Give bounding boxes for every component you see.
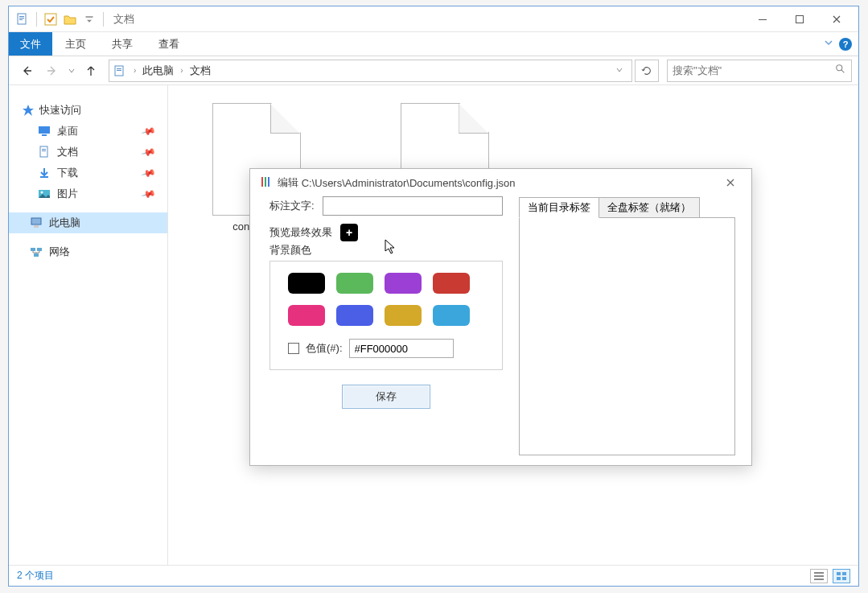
svg-rect-10 — [117, 70, 121, 71]
edit-dialog: 编辑 C:\Users\Administrator\Documents\conf… — [249, 168, 752, 466]
label-text: 标注文字: — [269, 199, 315, 213]
nav-item-label: 网络 — [49, 245, 70, 259]
color-swatch[interactable] — [433, 273, 470, 294]
color-swatch[interactable] — [385, 273, 422, 294]
qat-separator-2 — [103, 12, 104, 27]
nav-item-this-pc[interactable]: 此电脑 — [9, 212, 167, 233]
refresh-button[interactable] — [635, 60, 659, 82]
svg-rect-22 — [37, 248, 42, 251]
quick-access-label: 快速访问 — [39, 103, 81, 117]
svg-rect-27 — [837, 572, 841, 575]
nav-item-downloads[interactable]: 下载 📌 — [9, 163, 167, 183]
document-icon — [38, 146, 51, 159]
pin-icon: 📌 — [141, 165, 157, 181]
ribbon-tab-home[interactable]: 主页 — [52, 32, 99, 56]
address-chevron-icon[interactable]: › — [130, 66, 139, 75]
preview-label: 预览最终效果 — [269, 225, 332, 240]
address-dropdown-icon[interactable] — [611, 66, 628, 76]
pin-icon: 📌 — [141, 123, 157, 139]
nav-item-network[interactable]: 网络 — [9, 241, 167, 262]
close-button[interactable] — [818, 7, 855, 31]
search-input[interactable] — [673, 64, 835, 76]
nav-up-button[interactable] — [80, 60, 102, 82]
tab-all-disk[interactable]: 全盘标签（就绪） — [599, 197, 700, 218]
svg-rect-4 — [45, 14, 56, 25]
search-icon[interactable] — [835, 64, 846, 77]
svg-rect-13 — [42, 134, 47, 136]
hex-label: 色值(#): — [306, 341, 343, 356]
svg-rect-25 — [814, 575, 824, 577]
color-swatch[interactable] — [433, 305, 470, 326]
search-box[interactable] — [667, 60, 852, 82]
svg-rect-9 — [117, 68, 121, 69]
nav-forward-button[interactable] — [41, 60, 64, 82]
save-button[interactable]: 保存 — [342, 385, 430, 409]
nav-item-label: 下载 — [57, 166, 78, 180]
qat-checkbox-icon[interactable] — [43, 12, 58, 27]
network-icon — [30, 245, 43, 258]
dialog-close-button[interactable] — [719, 173, 742, 192]
dialog-title-icon — [260, 176, 273, 190]
address-chevron-icon[interactable]: › — [177, 66, 186, 75]
bg-color-panel: 色值(#): — [269, 261, 503, 370]
svg-rect-15 — [42, 149, 46, 150]
quick-access-header[interactable]: 快速访问 — [9, 100, 167, 121]
ribbon-tab-share[interactable]: 共享 — [99, 32, 146, 56]
file-tab[interactable]: 文件 — [9, 32, 52, 56]
titlebar: 文档 — [9, 6, 858, 32]
pin-icon: 📌 — [141, 186, 157, 202]
svg-rect-30 — [842, 577, 846, 580]
svg-rect-5 — [86, 16, 93, 18]
svg-rect-28 — [842, 572, 846, 575]
svg-rect-1 — [19, 16, 24, 17]
qat-folder-icon[interactable] — [63, 12, 77, 27]
svg-rect-6 — [759, 19, 767, 20]
svg-rect-14 — [40, 146, 47, 157]
breadcrumb-item[interactable]: 文档 — [190, 64, 211, 78]
nav-item-label: 图片 — [57, 187, 78, 201]
picture-icon — [38, 187, 51, 200]
color-swatch[interactable] — [288, 273, 325, 294]
color-swatch[interactable] — [336, 273, 373, 294]
svg-rect-16 — [42, 150, 46, 151]
nav-back-button[interactable] — [15, 60, 38, 82]
nav-item-desktop[interactable]: 桌面 📌 — [9, 121, 167, 142]
window-title: 文档 — [113, 12, 134, 27]
color-swatch[interactable] — [288, 305, 325, 326]
dialog-titlebar: 编辑 C:\Users\Administrator\Documents\conf… — [250, 169, 751, 196]
preview-add-button[interactable]: + — [340, 224, 358, 241]
address-bar[interactable]: › 此电脑 › 文档 — [109, 60, 632, 82]
nav-item-pictures[interactable]: 图片 📌 — [9, 183, 167, 204]
nav-item-documents[interactable]: 文档 📌 — [9, 142, 167, 163]
svg-rect-20 — [34, 225, 39, 228]
view-details-button[interactable] — [810, 569, 828, 583]
ribbon-expand-icon[interactable] — [823, 37, 834, 51]
breadcrumb-item[interactable]: 此电脑 — [142, 64, 174, 78]
nav-item-label: 桌面 — [57, 124, 78, 138]
qat-separator — [36, 12, 37, 27]
svg-rect-23 — [34, 253, 39, 257]
navigation-bar: › 此电脑 › 文档 — [9, 56, 858, 85]
nav-item-label: 此电脑 — [49, 216, 80, 230]
svg-rect-32 — [265, 177, 266, 187]
svg-point-11 — [837, 65, 842, 71]
minimize-button[interactable] — [744, 7, 781, 31]
pin-icon: 📌 — [141, 144, 157, 160]
navigation-pane: 快速访问 桌面 📌 文档 📌 下载 📌 — [9, 85, 168, 565]
star-icon — [22, 104, 35, 117]
color-swatch[interactable] — [336, 305, 373, 326]
view-icons-button[interactable] — [833, 569, 850, 583]
nav-history-dropdown[interactable] — [68, 65, 75, 76]
maximize-button[interactable] — [781, 7, 818, 31]
hex-checkbox[interactable] — [288, 343, 299, 354]
ribbon-tab-view[interactable]: 查看 — [146, 32, 192, 56]
label-text-input[interactable] — [323, 196, 503, 216]
app-icon — [15, 12, 30, 27]
hex-input[interactable] — [349, 339, 454, 358]
status-text: 2 个项目 — [17, 569, 54, 583]
color-swatch[interactable] — [385, 305, 422, 326]
help-icon[interactable]: ? — [839, 38, 852, 51]
tab-current-dir[interactable]: 当前目录标签 — [519, 197, 599, 218]
qat-overflow-icon[interactable] — [82, 12, 97, 27]
svg-rect-33 — [268, 177, 269, 187]
